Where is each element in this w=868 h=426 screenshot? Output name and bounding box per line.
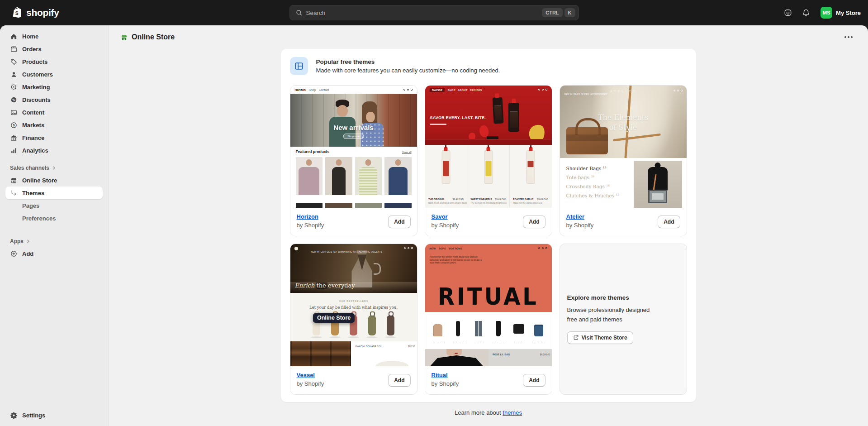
tag-icon [10,58,18,66]
notifications-bell-icon[interactable] [799,5,813,20]
sidebar-item-marketing[interactable]: Marketing [5,81,103,93]
store-name: My Store [836,10,861,16]
person-icon [10,71,18,78]
mini-nav-icons [404,247,413,249]
gear-icon [10,412,18,419]
sidebar: Home Orders Products Customers Marketing… [0,25,109,426]
globe-dollar-icon: $ [10,121,18,129]
shopify-admin: S shopify Search CTRL K MS My Store [0,0,868,426]
theme-card-ritual: NEW TOPS BOTTOMS Fashion for the wild at… [425,244,552,395]
horizon-next-row [296,203,412,208]
theme-footer-atelier: Atelier by Shopify Add [560,208,687,236]
brand-wordmark: shopify [26,7,59,18]
banner-subtitle: Made with core features you can easily c… [316,67,500,74]
theme-link-horizon[interactable]: Horizon [297,213,318,220]
svg-text:S: S [15,11,19,16]
horizon-mini-nav: Horizon Shop Contact [290,86,417,94]
theme-preview-atelier[interactable]: NEW IN BAGS SHOES ACCESSORIES ATELIER Th… [560,86,687,208]
search-placeholder: Search [306,10,541,16]
kbd-ctrl: CTRL [542,8,562,17]
chevron-right-icon [52,166,56,170]
external-link-icon [573,335,579,340]
theme-preview-vessel[interactable]: NEW IN COFFEE & TEA DRINKWARE KITCHENWAR… [290,244,417,366]
visit-theme-store-button[interactable]: Visit Theme Store [567,331,633,344]
sidekick-icon[interactable] [781,5,795,20]
apps-heading[interactable]: Apps [5,235,103,247]
bank-icon [10,134,18,142]
theme-link-vessel[interactable]: Vessel [297,372,315,378]
sidebar-item-discounts[interactable]: % Discounts [5,93,103,106]
image-icon [10,109,18,116]
orders-icon [10,45,18,53]
add-theme-vessel-button[interactable]: Add [388,374,410,387]
popular-themes-card: Popular free themes Made with core featu… [281,49,696,402]
sidebar-item-finance[interactable]: Finance [5,131,103,144]
sidebar-item-online-store[interactable]: Online Store [5,174,103,187]
sidebar-item-preferences[interactable]: Preferences [5,212,103,225]
horizon-hero-image: New arrivals Shop now [290,94,417,147]
sidebar-item-pages[interactable]: Pages [5,199,103,212]
sidebar-item-markets[interactable]: $ Markets [5,119,103,131]
mini-nav-icons [538,247,547,249]
shopify-logo[interactable]: S shopify [12,6,59,19]
sidebar-item-products[interactable]: Products [5,55,103,68]
online-store-tooltip: Online Store [313,313,355,323]
sales-channels-heading[interactable]: Sales channels [5,162,103,174]
mini-nav-icons [403,89,413,91]
theme-card-horizon: Horizon Shop Contact New arrivals Shop [290,85,417,236]
add-theme-savor-button[interactable]: Add [523,215,545,228]
ritual-categories: KNITWEAR DRESSES DENIM BOTTOMS TOPS JACK… [425,312,552,349]
app-body: Home Orders Products Customers Marketing… [0,25,868,426]
page-header: Online Store [109,25,868,49]
mini-nav-icons [674,90,683,91]
vessel-hero-image: NEW IN COFFEE & TEA DRINKWARE KITCHENWAR… [290,244,417,293]
mini-nav-icons [538,89,547,91]
bar-chart-icon [10,147,18,154]
kbd-k: K [564,8,575,17]
add-theme-ritual-button[interactable]: Add [523,374,545,387]
more-actions-icon[interactable] [841,33,856,42]
theme-link-ritual[interactable]: Ritual [432,372,448,378]
page-footer: Learn more about themes [109,409,868,416]
themes-help-link[interactable]: themes [503,409,522,416]
theme-card-savor: SAVOR SHOP ABOUT RECIPES [425,85,552,236]
ritual-hero: NEW TOPS BOTTOMS Fashion for the wild at… [425,244,552,312]
storefront-icon [10,177,18,184]
online-store-icon [120,34,128,41]
store-avatar: MS [821,7,832,19]
home-icon [10,33,18,40]
savor-hero-image: SAVOR SHOP ABOUT RECIPES [425,86,552,145]
sidebar-item-settings[interactable]: Settings [5,409,103,421]
explore-title: Explore more themes [567,294,679,301]
horizon-products: Michael Shaggy Wool Cardigan $200.00 Sof… [296,157,412,204]
sidebar-item-themes[interactable]: Themes [5,187,103,199]
add-theme-horizon-button[interactable]: Add [388,215,410,228]
theme-link-savor[interactable]: Savor [432,213,448,220]
theme-footer-horizon: Horizon by Shopify Add [290,208,417,236]
atelier-category-image [634,161,682,208]
add-theme-atelier-button[interactable]: Add [658,215,680,228]
sidebar-item-content[interactable]: Content [5,106,103,119]
theme-preview-savor[interactable]: SAVOR SHOP ABOUT RECIPES [425,86,552,208]
sidebar-item-home[interactable]: Home [5,30,103,43]
sidebar-item-customers[interactable]: Customers [5,68,103,81]
target-cursor-icon [10,83,18,91]
search-icon [295,9,303,16]
theme-preview-horizon[interactable]: Horizon Shop Contact New arrivals Shop [290,86,417,208]
discount-badge-icon: % [10,96,18,104]
store-menu[interactable]: MS My Store [821,7,861,19]
svg-text:$: $ [13,123,15,127]
popular-themes-banner: Popular free themes Made with core featu… [290,57,687,75]
theme-link-atelier[interactable]: Atelier [566,213,584,220]
sidebar-item-add-app[interactable]: Add [5,247,103,260]
circle-plus-icon [10,250,18,258]
page-title: Online Store [132,33,175,41]
sidebar-item-analytics[interactable]: Analytics [5,144,103,157]
svg-text:%: % [12,98,15,102]
topbar-actions: MS My Store [781,0,861,25]
sidebar-item-orders[interactable]: Orders [5,43,103,55]
main-content: Online Store Popular free themes Made wi… [109,25,868,426]
theme-footer-vessel: Vessel by Shopify Add [290,366,417,394]
global-search[interactable]: Search CTRL K [289,5,579,20]
theme-preview-ritual[interactable]: NEW TOPS BOTTOMS Fashion for the wild at… [425,244,552,366]
